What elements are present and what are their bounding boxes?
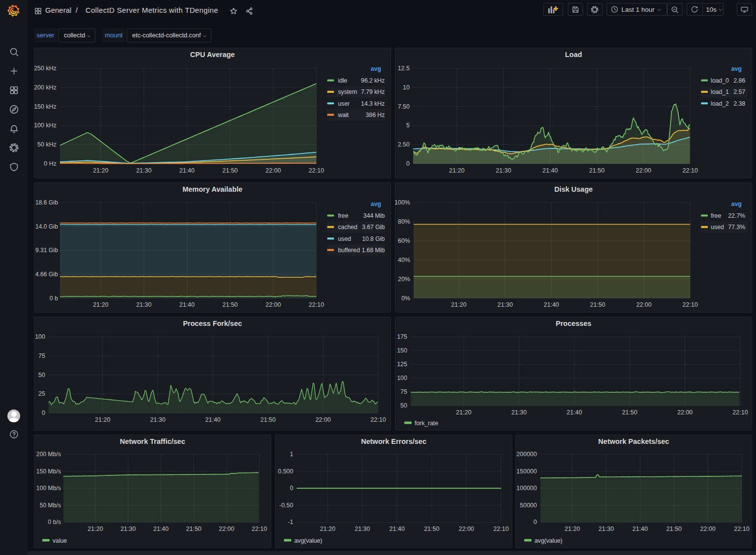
svg-text:0 Hz: 0 Hz bbox=[44, 160, 56, 167]
svg-text:21:50: 21:50 bbox=[424, 526, 439, 532]
svg-text:21:20: 21:20 bbox=[456, 409, 471, 416]
svg-text:user: user bbox=[338, 100, 350, 107]
svg-text:22:10: 22:10 bbox=[732, 409, 748, 416]
svg-text:200000: 200000 bbox=[516, 451, 537, 458]
svg-text:50 kHz: 50 kHz bbox=[37, 141, 56, 148]
svg-text:21:50: 21:50 bbox=[666, 526, 681, 532]
svg-text:22:10: 22:10 bbox=[682, 167, 698, 174]
svg-text:system: system bbox=[338, 88, 357, 95]
svg-text:21:20: 21:20 bbox=[449, 167, 464, 174]
svg-text:21:50: 21:50 bbox=[590, 301, 605, 308]
svg-text:100 kHz: 100 kHz bbox=[34, 122, 56, 129]
svg-text:0: 0 bbox=[533, 519, 537, 526]
svg-text:22:00: 22:00 bbox=[636, 167, 651, 174]
svg-text:200 Mb/s: 200 Mb/s bbox=[36, 451, 61, 458]
svg-text:21:40: 21:40 bbox=[632, 526, 647, 532]
svg-text:22:10: 22:10 bbox=[308, 301, 324, 308]
svg-text:21:40: 21:40 bbox=[179, 301, 195, 308]
svg-text:77.3%: 77.3% bbox=[728, 224, 745, 231]
svg-text:22:10: 22:10 bbox=[493, 526, 508, 532]
svg-text:21:20: 21:20 bbox=[93, 301, 108, 308]
svg-text:21:30: 21:30 bbox=[511, 409, 527, 416]
svg-text:fork_rate: fork_rate bbox=[415, 420, 438, 427]
svg-text:100: 100 bbox=[397, 375, 407, 381]
svg-text:1: 1 bbox=[290, 451, 293, 458]
svg-text:200 kHz: 200 kHz bbox=[34, 84, 56, 91]
svg-text:-0.50: -0.50 bbox=[280, 502, 294, 509]
svg-text:load_2: load_2 bbox=[711, 100, 729, 107]
svg-text:21:30: 21:30 bbox=[496, 167, 511, 174]
svg-text:1.68 Mib: 1.68 Mib bbox=[362, 247, 385, 254]
svg-text:Processes: Processes bbox=[556, 320, 591, 327]
svg-text:0: 0 bbox=[406, 160, 410, 167]
svg-text:0 b/s: 0 b/s bbox=[48, 519, 61, 526]
svg-text:avg: avg bbox=[731, 65, 742, 72]
svg-text:50000: 50000 bbox=[520, 502, 537, 509]
svg-text:4.66 Gib: 4.66 Gib bbox=[35, 271, 58, 278]
svg-text:22:00: 22:00 bbox=[636, 301, 651, 308]
svg-text:22:10: 22:10 bbox=[682, 301, 698, 308]
svg-text:22:10: 22:10 bbox=[370, 416, 386, 423]
svg-text:0 b: 0 b bbox=[50, 295, 58, 302]
svg-text:5: 5 bbox=[406, 122, 410, 129]
svg-text:21:30: 21:30 bbox=[598, 526, 614, 532]
svg-text:22:00: 22:00 bbox=[677, 409, 693, 416]
svg-text:150: 150 bbox=[397, 347, 407, 354]
svg-text:wait: wait bbox=[337, 112, 349, 118]
svg-text:Disk Usage: Disk Usage bbox=[554, 185, 592, 193]
svg-text:load_1: load_1 bbox=[711, 88, 729, 95]
svg-text:22:10: 22:10 bbox=[252, 526, 267, 532]
svg-text:22:00: 22:00 bbox=[315, 416, 331, 423]
svg-text:21:20: 21:20 bbox=[564, 526, 580, 532]
svg-text:22:00: 22:00 bbox=[266, 167, 281, 174]
svg-text:22:00: 22:00 bbox=[459, 526, 474, 532]
svg-text:50 Mb/s: 50 Mb/s bbox=[40, 502, 61, 509]
svg-text:25: 25 bbox=[38, 390, 45, 397]
svg-text:Network Errors/sec: Network Errors/sec bbox=[361, 438, 426, 445]
svg-text:21:20: 21:20 bbox=[93, 167, 108, 174]
svg-text:21:30: 21:30 bbox=[150, 416, 166, 423]
svg-text:avg: avg bbox=[370, 201, 381, 207]
svg-text:21:40: 21:40 bbox=[153, 526, 168, 532]
svg-text:0: 0 bbox=[290, 485, 293, 492]
svg-text:21:20: 21:20 bbox=[451, 301, 466, 308]
svg-text:used: used bbox=[711, 224, 724, 231]
svg-text:cached: cached bbox=[338, 224, 358, 231]
svg-text:7.79 kHz: 7.79 kHz bbox=[361, 88, 385, 95]
svg-text:avg: avg bbox=[370, 65, 381, 72]
svg-text:21:40: 21:40 bbox=[542, 167, 558, 174]
svg-text:18.6 Gib: 18.6 Gib bbox=[35, 199, 58, 206]
svg-text:0.500: 0.500 bbox=[278, 468, 293, 475]
svg-text:Process Fork/sec: Process Fork/sec bbox=[183, 320, 242, 327]
svg-text:avg: avg bbox=[731, 201, 742, 207]
svg-text:40%: 40% bbox=[398, 257, 410, 263]
svg-text:21:40: 21:40 bbox=[390, 526, 405, 532]
svg-text:250 kHz: 250 kHz bbox=[34, 65, 56, 72]
svg-text:21:50: 21:50 bbox=[186, 526, 201, 532]
svg-text:344 Mib: 344 Mib bbox=[364, 212, 385, 219]
svg-text:21:50: 21:50 bbox=[260, 416, 276, 423]
svg-text:14.0 Gib: 14.0 Gib bbox=[35, 223, 58, 230]
svg-text:10: 10 bbox=[403, 84, 410, 91]
svg-text:175: 175 bbox=[397, 333, 407, 340]
svg-text:22:10: 22:10 bbox=[734, 526, 749, 532]
svg-text:50: 50 bbox=[400, 402, 407, 409]
svg-text:21:40: 21:40 bbox=[544, 301, 559, 308]
svg-text:150 kHz: 150 kHz bbox=[34, 103, 56, 110]
svg-text:2.38: 2.38 bbox=[733, 100, 745, 107]
svg-text:21:50: 21:50 bbox=[589, 167, 604, 174]
svg-text:22:00: 22:00 bbox=[219, 526, 234, 532]
svg-text:21:30: 21:30 bbox=[355, 526, 370, 532]
svg-text:75: 75 bbox=[38, 352, 45, 359]
svg-text:96.2 kHz: 96.2 kHz bbox=[361, 77, 385, 84]
svg-text:80%: 80% bbox=[398, 218, 410, 225]
svg-text:avg(value): avg(value) bbox=[294, 537, 322, 544]
svg-text:22:00: 22:00 bbox=[700, 526, 715, 532]
svg-text:100 Mb/s: 100 Mb/s bbox=[36, 485, 61, 492]
svg-text:CPU Average: CPU Average bbox=[190, 51, 235, 58]
svg-text:150 Mb/s: 150 Mb/s bbox=[36, 468, 61, 475]
svg-text:Memory Available: Memory Available bbox=[182, 185, 242, 193]
svg-text:125: 125 bbox=[397, 361, 407, 368]
svg-text:21:50: 21:50 bbox=[622, 409, 637, 416]
svg-text:21:40: 21:40 bbox=[567, 409, 582, 416]
